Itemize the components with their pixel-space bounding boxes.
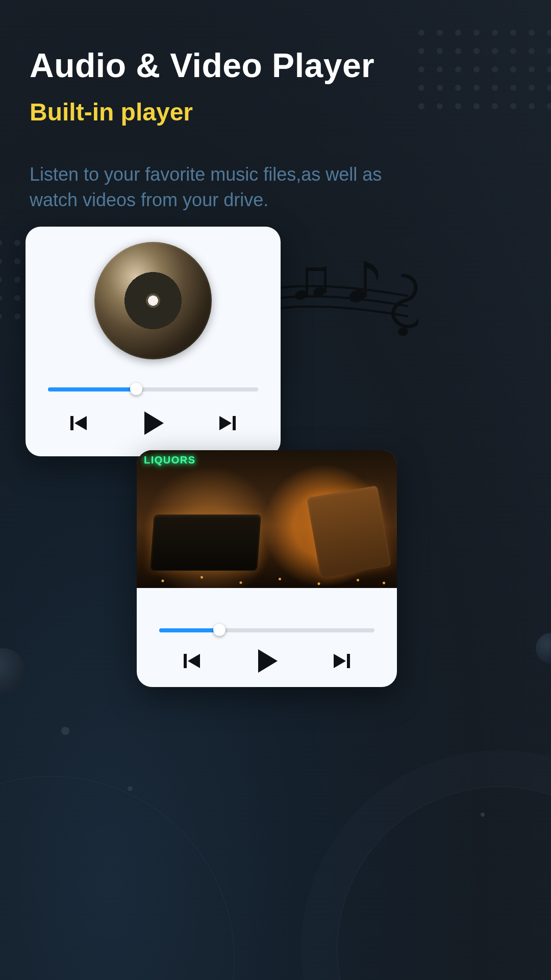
decorative-blob (0, 648, 26, 694)
svg-rect-8 (306, 267, 327, 271)
svg-marker-13 (74, 416, 87, 430)
svg-marker-18 (188, 654, 200, 668)
progress-fill (48, 387, 136, 391)
next-icon (332, 651, 352, 671)
progress-thumb[interactable] (213, 624, 226, 636)
play-icon (253, 647, 281, 675)
svg-marker-19 (258, 649, 278, 673)
video-player-card: LIQUORS (137, 450, 397, 687)
play-button[interactable] (253, 647, 281, 675)
neon-sign-text: LIQUORS (144, 454, 196, 466)
decorative-blob (61, 727, 69, 735)
next-button[interactable] (332, 651, 352, 671)
video-thumbnail[interactable]: LIQUORS (137, 450, 397, 588)
svg-marker-14 (144, 411, 164, 435)
album-art (94, 242, 212, 359)
audio-controls (48, 409, 258, 437)
svg-marker-20 (334, 654, 346, 668)
decorative-blob (128, 786, 133, 791)
next-button[interactable] (217, 413, 238, 433)
header: Audio & Video Player Built-in player Lis… (30, 46, 521, 213)
video-progress-bar[interactable] (159, 625, 374, 635)
decorative-blob (536, 633, 551, 664)
svg-point-11 (398, 328, 408, 336)
audio-progress-bar[interactable] (48, 384, 258, 394)
decorative-arc (337, 786, 551, 980)
svg-point-6 (312, 285, 327, 298)
decorative-arc (0, 776, 235, 980)
page-title: Audio & Video Player (30, 46, 521, 85)
svg-marker-15 (219, 416, 232, 430)
previous-button[interactable] (68, 413, 89, 433)
previous-icon (182, 651, 202, 671)
video-controls (159, 647, 374, 675)
svg-rect-5 (306, 270, 308, 296)
play-icon (139, 409, 167, 437)
svg-rect-7 (324, 266, 327, 293)
svg-rect-12 (70, 416, 73, 430)
page-subtitle: Built-in player (30, 98, 521, 126)
svg-rect-21 (347, 654, 350, 668)
play-button[interactable] (139, 409, 167, 437)
svg-rect-17 (184, 654, 187, 668)
previous-button[interactable] (182, 651, 202, 671)
svg-rect-16 (233, 416, 236, 430)
svg-point-4 (294, 288, 309, 301)
progress-thumb[interactable] (130, 383, 142, 395)
previous-icon (68, 413, 89, 433)
audio-player-card (26, 227, 281, 456)
scene-sparks (137, 552, 397, 588)
next-icon (217, 413, 238, 433)
svg-point-9 (347, 287, 367, 304)
decorative-blob (481, 813, 485, 817)
progress-fill (159, 628, 219, 632)
svg-rect-10 (364, 261, 367, 297)
page-description: Listen to your favorite music files,as w… (30, 162, 417, 213)
